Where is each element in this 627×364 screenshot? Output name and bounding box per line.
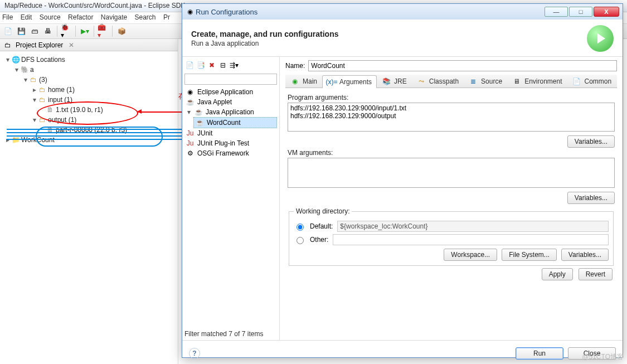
explorer-title: Project Explorer [16, 41, 63, 49]
filter-status: Filter matched 7 of 7 items [184, 330, 277, 338]
wd-other-radio[interactable] [297, 237, 304, 244]
menu-navigate[interactable]: Navigate [101, 13, 127, 21]
cfg-junit[interactable]: JUnit [197, 129, 212, 137]
tree-output-file[interactable]: part-r-00000 (22.0 b, r3) [56, 125, 127, 135]
config-filter-input[interactable] [184, 74, 277, 85]
duplicate-config-icon[interactable]: 📑 [196, 60, 206, 70]
run-button[interactable]: Run [516, 347, 563, 360]
tree-output[interactable]: output (1) [48, 115, 76, 125]
folder-icon: 🗀 [29, 75, 38, 84]
wd-other-label: Other: [310, 236, 328, 244]
maximize-button[interactable]: □ [569, 7, 592, 17]
wd-default-radio[interactable] [297, 224, 304, 231]
dialog-header-subtitle: Run a Java application [191, 40, 339, 47]
project-explorer-view: 🗀 Project Explorer ✕ ▾🌐DFS Locations ▾🐘a… [0, 39, 178, 364]
delete-config-icon[interactable]: ✖ [207, 60, 217, 70]
dialog-button-bar: ? Run Close [182, 340, 623, 364]
print-icon[interactable]: 🖶 [42, 26, 54, 37]
wd-filesystem-button[interactable]: File System... [502, 249, 557, 261]
eclipse-app-icon: ◉ [186, 88, 195, 96]
vm-args-variables-button[interactable]: Variables... [567, 192, 615, 204]
dialog-header-title: Create, manage, and run configurations [191, 30, 339, 38]
menu-search[interactable]: Search [135, 13, 156, 21]
revert-button[interactable]: Revert [579, 268, 613, 280]
common-icon: 📄 [572, 77, 581, 86]
tab-jre[interactable]: 📚JRE [377, 75, 412, 88]
collapse-icon[interactable]: ⊟ [218, 60, 228, 70]
project-explorer-tab[interactable]: 🗀 Project Explorer ✕ [0, 39, 178, 51]
config-tree[interactable]: ◉Eclipse Application ☕Java Applet ▾☕Java… [184, 87, 277, 328]
file-icon: 🗎 [46, 105, 55, 114]
wd-variables-button[interactable]: Variables... [561, 249, 609, 261]
dialog-title: Run Configurations [196, 8, 543, 16]
tree-input-file[interactable]: 1.txt (19.0 b, r1) [56, 105, 103, 115]
java-launch-icon: ☕ [195, 118, 204, 127]
prog-args-label: Program arguments: [288, 94, 615, 101]
menu-file[interactable]: File [2, 13, 13, 21]
annotation-arrow-head-1 [137, 109, 142, 114]
tree-3[interactable]: (3) [39, 75, 47, 85]
tree-workcount[interactable]: WorkCount [21, 135, 55, 145]
tab-main[interactable]: ◉Main [285, 75, 322, 88]
explorer-icon: 🗀 [3, 41, 12, 50]
tree-a[interactable]: a [30, 65, 34, 75]
project-icon: 📁 [11, 135, 20, 144]
save-icon[interactable]: 💾 [16, 26, 27, 37]
tab-arguments[interactable]: (x)=Arguments [322, 75, 377, 88]
vm-arguments-textarea[interactable] [288, 158, 615, 188]
filter-icon[interactable]: ⇶▾ [229, 60, 239, 70]
file-icon: 🗎 [46, 125, 55, 134]
dfs-icon: 🌐 [11, 55, 20, 64]
config-toolbar: 📄 📑 ✖ ⊟ ⇶▾ [184, 59, 277, 71]
dialog-header: Create, manage, and run configurations R… [182, 20, 623, 57]
cfg-wordcount[interactable]: WordCount [207, 119, 240, 127]
prog-args-variables-button[interactable]: Variables... [567, 135, 615, 148]
wd-legend: Working directory: [294, 207, 352, 215]
close-view-icon[interactable]: ✕ [69, 41, 74, 49]
config-detail-panel: Name: ◉Main (x)=Arguments 📚JRE ⤳Classpat… [280, 57, 623, 340]
tab-classpath[interactable]: ⤳Classpath [412, 75, 464, 88]
new-icon[interactable]: 📄 [2, 26, 13, 37]
new-config-icon[interactable]: 📄 [184, 60, 195, 70]
watermark: @51CTO博客 [582, 352, 624, 362]
cfg-java-app[interactable]: Java Application [206, 108, 254, 116]
project-tree[interactable]: ▾🌐DFS Locations ▾🐘a ▾🗀(3) ▸🗀home (1) ▾🗀i… [0, 51, 178, 148]
apply-button[interactable]: Apply [542, 268, 573, 280]
cfg-eclipse-app[interactable]: Eclipse Application [197, 88, 253, 96]
minimize-button[interactable]: — [545, 7, 568, 17]
cfg-java-applet[interactable]: Java Applet [197, 98, 232, 106]
junit-plugin-icon: Ju [186, 139, 195, 148]
tree-input[interactable]: input (1) [48, 95, 72, 105]
arguments-tab-content: Program arguments: Variables... VM argum… [285, 88, 617, 283]
tab-environment[interactable]: 🖥Environment [507, 75, 567, 88]
save-all-icon[interactable]: 🗃 [29, 26, 40, 37]
menu-edit[interactable]: Edit [21, 13, 32, 21]
tree-dfs[interactable]: DFS Locations [21, 55, 65, 65]
debug-icon[interactable]: 🐞▾ [61, 26, 72, 37]
wd-other-input [333, 234, 609, 245]
main-icon: ◉ [290, 77, 299, 86]
tab-source[interactable]: ≣Source [464, 75, 507, 88]
menu-refactor[interactable]: Refactor [68, 13, 93, 21]
config-tabs: ◉Main (x)=Arguments 📚JRE ⤳Classpath ≣Sou… [285, 75, 617, 88]
dialog-titlebar[interactable]: ◉ Run Configurations — □ X [182, 4, 623, 20]
help-icon[interactable]: ? [189, 348, 200, 359]
name-label: Name: [285, 62, 305, 70]
cfg-osgi[interactable]: OSGi Framework [197, 149, 249, 157]
java-applet-icon: ☕ [186, 98, 195, 106]
window-close-button[interactable]: X [594, 7, 619, 17]
ext-tools-icon[interactable]: 🧰▾ [98, 26, 109, 37]
new-package-icon[interactable]: 📦 [116, 26, 127, 37]
tree-home[interactable]: home (1) [48, 85, 75, 95]
run-icon[interactable]: ▶▾ [79, 26, 90, 37]
menu-source[interactable]: Source [40, 13, 61, 21]
config-name-input[interactable] [308, 60, 617, 71]
junit-icon: Ju [186, 129, 195, 138]
menu-project[interactable]: Pr [163, 13, 170, 21]
run-configurations-dialog: ◉ Run Configurations — □ X Create, manag… [182, 3, 623, 358]
tab-common[interactable]: 📄Common [567, 75, 617, 88]
cfg-junit-plugin[interactable]: JUnit Plug-in Test [197, 139, 249, 147]
program-arguments-textarea[interactable] [288, 103, 615, 132]
source-icon: ≣ [469, 77, 478, 86]
wd-workspace-button[interactable]: Workspace... [444, 249, 497, 261]
